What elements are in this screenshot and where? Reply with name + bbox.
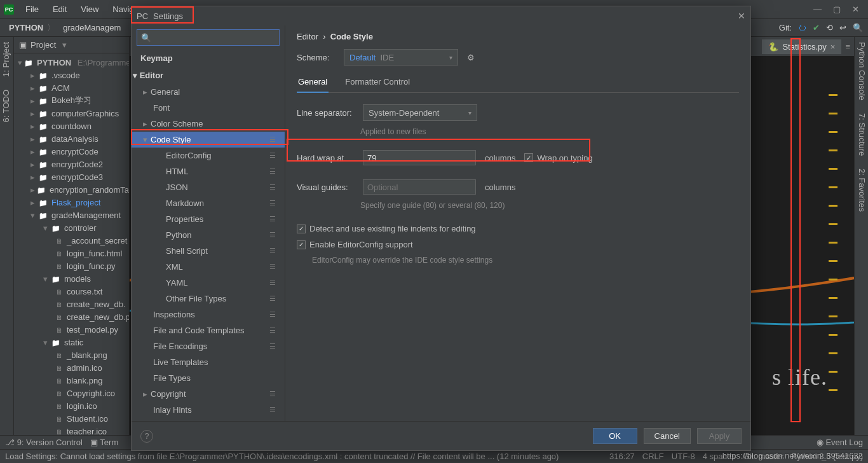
tree-file[interactable]: login_func.html [14, 247, 129, 259]
sidebar-codestyle-item[interactable]: YAML☰ [132, 275, 285, 291]
tree-controler[interactable]: controler [64, 223, 97, 233]
tree-folder[interactable]: ▸encryption_randomTa [14, 183, 129, 196]
tree-folder[interactable]: ▸Bokeh学习 [14, 94, 129, 107]
tab-more-icon[interactable]: ≡ [845, 42, 850, 52]
tree-file[interactable]: teacher.ico [14, 425, 129, 435]
tree-file[interactable]: Copyright.ico [14, 387, 129, 399]
tree-file[interactable]: course.txt [14, 285, 129, 298]
sidebar-code-style[interactable]: ▾Code Style☰ [132, 132, 285, 148]
tree-file[interactable]: Student.ico [14, 412, 129, 425]
git-history-icon[interactable]: ⟲ [826, 23, 833, 32]
tool-version-control[interactable]: ⎇ 9: Version Control [5, 438, 83, 447]
editorconfig-checkbox[interactable]: ✓Enable EditorConfig support [297, 240, 413, 249]
tree-folder[interactable]: ▸encryptCode2 [14, 158, 129, 170]
tree-file[interactable]: _blank.png [14, 349, 129, 361]
ok-button[interactable]: OK [593, 428, 637, 444]
wrap-on-typing-checkbox[interactable]: ✓Wrap on typing [524, 153, 592, 163]
git-update-icon[interactable]: ⭮ [798, 23, 806, 32]
gutter-pyconsole[interactable]: Python Console [856, 42, 867, 100]
settings-search-input[interactable] [151, 33, 275, 43]
status-chip[interactable]: CRLF [642, 452, 664, 461]
sidebar-item[interactable]: Live Templates [132, 354, 285, 370]
tree-static[interactable]: static [64, 338, 83, 347]
search-icon[interactable]: 🔍 [853, 23, 863, 32]
tree-file[interactable]: test_model.py [14, 323, 129, 336]
sidebar-item[interactable]: Inlay Hints☰ [132, 402, 285, 418]
tab-general[interactable]: General [297, 72, 329, 93]
chevron-down-icon[interactable]: ▾ [62, 40, 67, 50]
sidebar-item[interactable]: File Encodings☰ [132, 338, 285, 354]
scheme-select[interactable]: Default IDE ▾ [344, 49, 458, 66]
tree-folder[interactable]: ▸computerGraphics [14, 107, 129, 120]
tree-file[interactable]: login.ico [14, 399, 129, 412]
tree-folder[interactable]: ▸.vscode [14, 69, 129, 81]
settings-search[interactable]: 🔍 [137, 29, 280, 46]
menu-edit[interactable]: Edit [46, 2, 73, 17]
project-title[interactable]: Project [31, 40, 56, 50]
sidebar-codestyle-item[interactable]: Other File Types☰ [132, 291, 285, 307]
sidebar-color-scheme[interactable]: ▸Color Scheme [132, 116, 285, 132]
tree-folder[interactable]: ▸encryptCode [14, 145, 129, 158]
sidebar-codestyle-item[interactable]: XML☰ [132, 259, 285, 275]
gutter-todo[interactable]: 6: TODO [1, 90, 12, 123]
apply-button[interactable]: Apply [697, 428, 742, 444]
sidebar-item[interactable]: File Types [132, 370, 285, 386]
tree-grade[interactable]: gradeManagement [51, 211, 121, 220]
breadcrumb-sub[interactable]: gradeManagem [63, 23, 121, 32]
sidebar-general[interactable]: ▸General [132, 84, 285, 100]
tree-file[interactable]: create_new_db.p [14, 310, 129, 323]
sidebar-codestyle-item[interactable]: Markdown☰ [132, 195, 285, 211]
line-separator-select[interactable]: System-Dependent▾ [363, 104, 477, 121]
minimize-icon[interactable]: — [813, 4, 822, 14]
gutter-structure[interactable]: 7: Structure [856, 113, 867, 156]
gear-icon[interactable]: ⚙ [467, 53, 475, 62]
tool-event-log[interactable]: ◉ Event Log [817, 438, 863, 447]
tool-terminal[interactable]: ▣ Term [90, 438, 118, 447]
sidebar-item[interactable]: ▸Copyright☰ [132, 386, 285, 402]
menu-file[interactable]: File [19, 2, 45, 17]
tree-file[interactable]: _account_secret [14, 234, 129, 247]
sidebar-codestyle-item[interactable]: JSON☰ [132, 179, 285, 195]
tree-file[interactable]: login_func.py [14, 259, 129, 272]
status-chip[interactable]: UTF-8 [672, 452, 695, 461]
tree-file[interactable]: admin.ico [14, 361, 129, 374]
hardwrap-input[interactable] [363, 150, 476, 165]
tree-flask[interactable]: Flask_project [51, 198, 100, 207]
close-tab-icon[interactable]: × [831, 42, 836, 52]
tree-file[interactable]: blank.png [14, 374, 129, 387]
tree-models[interactable]: models [64, 274, 91, 284]
detect-indents-checkbox[interactable]: ✓Detect and use existing file indents fo… [297, 224, 476, 233]
sidebar-keymap[interactable]: Keymap [132, 50, 285, 67]
tree-file[interactable]: create_new_db. [14, 298, 129, 310]
sidebar-codestyle-item[interactable]: Python☰ [132, 227, 285, 243]
help-icon[interactable]: ? [140, 430, 153, 443]
tree-root[interactable]: PYTHON [37, 58, 71, 67]
git-revert-icon[interactable]: ↩ [839, 23, 846, 32]
sidebar-codestyle-item[interactable]: EditorConfig☰ [132, 148, 285, 163]
tree-folder[interactable]: ▸countdown [14, 120, 129, 132]
tree-folder[interactable]: ▸ACM [14, 81, 129, 94]
editor-tab[interactable]: 🐍 Statistics.py × [762, 39, 841, 54]
git-commit-icon[interactable]: ✔ [813, 23, 820, 32]
visual-guides-input[interactable] [363, 179, 476, 195]
sidebar-editor[interactable]: ▾ Editor [132, 67, 285, 84]
maximize-icon[interactable]: ▢ [833, 4, 841, 14]
tab-formatter-control[interactable]: Formatter Control [344, 72, 411, 92]
sidebar-codestyle-item[interactable]: HTML☰ [132, 163, 285, 179]
sidebar-font[interactable]: Font [132, 100, 285, 116]
breadcrumb-root[interactable]: PYTHON [9, 23, 43, 32]
crumb-editor[interactable]: Editor [297, 32, 318, 41]
close-window-icon[interactable]: ✕ [852, 4, 859, 14]
sidebar-codestyle-item[interactable]: Properties☰ [132, 211, 285, 227]
sidebar-item[interactable]: Inspections☰ [132, 307, 285, 322]
tree-folder[interactable]: ▸dataAnalysis [14, 132, 129, 145]
gutter-favorites[interactable]: 2: Favorites [856, 169, 867, 212]
cancel-button[interactable]: Cancel [644, 428, 691, 444]
tree-folder[interactable]: ▸encryptCode3 [14, 170, 129, 183]
status-chip[interactable]: 316:27 [609, 452, 635, 461]
menu-view[interactable]: View [74, 2, 105, 17]
gutter-project[interactable]: 1: Project [1, 42, 12, 77]
sidebar-codestyle-item[interactable]: Shell Script☰ [132, 243, 285, 259]
sidebar-item[interactable]: File and Code Templates☰ [132, 322, 285, 338]
close-dialog-icon[interactable]: ✕ [738, 11, 745, 21]
